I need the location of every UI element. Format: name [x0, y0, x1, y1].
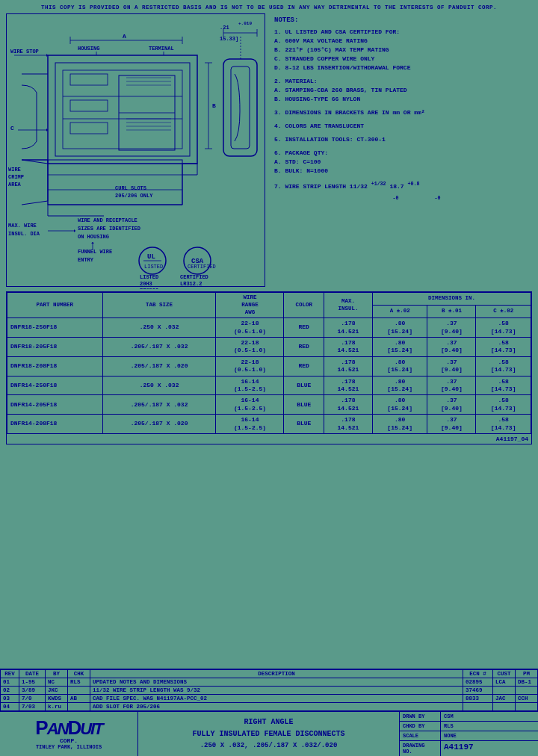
company-d: D [67, 716, 80, 739]
table-cell-3: BLUE [284, 395, 324, 415]
svg-rect-5 [70, 74, 108, 85]
note-2-number: 2. [274, 78, 282, 84]
rev-cell-0: 03 [1, 695, 19, 703]
rev-cell-2: JKC [46, 687, 68, 695]
pm-header: PM [516, 670, 538, 678]
svg-text:CRIMP: CRIMP [8, 174, 24, 180]
by-header: BY [46, 670, 68, 678]
cust-header: CUST [493, 670, 516, 678]
svg-text:E78522: E78522 [140, 288, 158, 289]
note-4-text: COLORS ARE TRANSLUCENT [285, 123, 364, 129]
note-3: 3. DIMENSIONS IN BRACKETS ARE IN mm OR m… [274, 108, 528, 117]
rev-header: REV [1, 670, 19, 678]
note-5: 5. INSTALLATION TOOLS: CT-300-1 [274, 135, 528, 144]
col-dimensions: DIMENSIONS IN. [372, 293, 531, 306]
col-wire-range: WIRE RANGE AWG [216, 293, 284, 318]
table-cell-1: .205/.187 X .020 [102, 415, 216, 434]
parts-table: PART NUMBER TAB SIZE WIRE RANGE AWG COLO… [7, 292, 531, 434]
table-cell-1: .250 X .032 [102, 318, 216, 338]
notes-section: NOTES: 1. UL LISTED AND CSA CERTIFIED FO… [270, 13, 532, 287]
svg-text:SIZES ARE IDENTIFIED: SIZES ARE IDENTIFIED [78, 226, 140, 232]
drawing-number-ref: A41197_04 [7, 434, 531, 444]
svg-text:LISTED: LISTED [144, 264, 163, 270]
table-cell-3: RED [284, 356, 324, 376]
bottom-title-row: PANDUIT CORP. TINLEY PARK, ILLINOIS RIGH… [0, 711, 538, 756]
schematic-area: WIRE STOP HOUSING TERMINAL A B C WIRE CR… [6, 13, 265, 287]
svg-text:B: B [212, 102, 216, 109]
svg-text:INSUL. DIA: INSUL. DIA [8, 231, 40, 237]
svg-text:LR312.2: LR312.2 [180, 281, 202, 287]
svg-text:WIRE: WIRE [8, 167, 21, 173]
svg-text:MAX. WIRE: MAX. WIRE [8, 223, 37, 229]
drawn-label: DRWN BY [400, 712, 441, 721]
svg-text:ON HOUSING: ON HOUSING [78, 234, 109, 240]
col-part-number: PART NUMBER [7, 293, 103, 318]
table-row: DNFR18-205F18.205/.187 X .03222-18 (0.5-… [7, 338, 531, 357]
col-dim-a: A ±.02 [372, 306, 427, 318]
revision-row: 011-95NCRLSUPDATED NOTES AND DIMENSIONS0… [1, 678, 538, 687]
table-cell-5: .80 [15.24] [372, 338, 427, 357]
rev-cell-5: 8833 [463, 695, 493, 703]
table-cell-2: 16-14 (1.5-2.5) [216, 415, 284, 434]
svg-text:HOUSING: HOUSING [78, 46, 99, 52]
rev-cell-3 [68, 703, 90, 711]
table-cell-0: DNFR18-208F18 [7, 356, 103, 376]
svg-text:UL: UL [147, 253, 155, 261]
chkd-label: CHKD BY [400, 722, 441, 731]
company-location: TINLEY PARK, ILLINOIS [36, 744, 102, 750]
col-tab-size: TAB SIZE [102, 293, 216, 318]
notes-title: NOTES: [274, 16, 528, 24]
table-cell-6: .37 [9.40] [427, 395, 476, 415]
drawing-title-line1: RIGHT ANGLE [244, 716, 293, 728]
rev-cell-1: 7/0 [19, 695, 46, 703]
table-row: DNFR14-208F18.205/.187 X .02016-14 (1.5-… [7, 415, 531, 434]
table-cell-1: .205/.187 X .032 [102, 338, 216, 357]
table-cell-5: .80 [15.24] [372, 318, 427, 338]
note-1-text: UL LISTED AND CSA CERTIFIED FOR: A. 600V… [274, 28, 410, 71]
table-cell-2: 22-18 (0.5-1.0) [216, 318, 284, 338]
note-5-text: INSTALLATION TOOLS: CT-300-1 [285, 136, 385, 143]
note-1-number: 1. [274, 28, 282, 35]
table-cell-1: .250 X .032 [102, 376, 216, 395]
rev-cell-7 [516, 687, 538, 695]
rev-cell-4: UPDATED NOTES AND DIMENSIONS [90, 678, 463, 687]
table-cell-2: 16-14 (1.5-2.5) [216, 376, 284, 395]
col-color: COLOR [284, 293, 324, 318]
rev-cell-0: 01 [1, 678, 19, 687]
rev-cell-6: LCA [493, 678, 516, 687]
company-name: PANDUIT [35, 718, 102, 737]
rev-cell-1: 7/03 [19, 703, 46, 711]
note-6-number: 6. [274, 149, 282, 156]
rev-cell-1: 3/89 [19, 687, 46, 695]
svg-text:.21: .21 [220, 25, 229, 31]
chk-header: CHK [68, 670, 90, 678]
table-cell-5: .80 [15.24] [372, 415, 427, 434]
checked-row: CHKD BY RLS [400, 722, 538, 731]
table-cell-7: .58 [14.73] [476, 356, 531, 376]
rev-cell-4: 11/32 WIRE STRIP LENGTH WAS 9/32 [90, 687, 463, 695]
table-cell-4: .178 14.521 [324, 338, 372, 357]
col-dim-c: C ±.02 [476, 306, 531, 318]
col-max-insul: MAX. INSUL. [324, 293, 372, 318]
svg-text:WIRE STOP: WIRE STOP [10, 49, 39, 55]
desc-header: DESCRIPTION [90, 670, 463, 678]
svg-marker-56 [91, 242, 94, 244]
table-cell-7: .58 [14.73] [476, 318, 531, 338]
drawing-no-value: A41197 [441, 741, 538, 756]
svg-rect-2 [63, 70, 182, 149]
note-2-text: MATERIAL: A. STAMPING-CDA 260 BRASS, TIN… [274, 78, 407, 102]
svg-text:LISTED: LISTED [140, 274, 158, 280]
table-cell-7: .58 [14.73] [476, 338, 531, 357]
svg-text:C: C [10, 125, 14, 131]
revision-row: 047/03k.ruADD SLOT FOR 205/206 [1, 703, 538, 711]
table-cell-1: .205/.187 X .032 [102, 395, 216, 415]
scale-label: SCALE [400, 731, 441, 740]
svg-text:+.010: +.010 [238, 21, 252, 26]
note-7: 7. WIRE STRIP LENGTH 11/32 +1/32 18.7 +0… [274, 180, 528, 201]
rev-cell-6 [493, 703, 516, 711]
rev-cell-0: 02 [1, 687, 19, 695]
rev-cell-5: 37469 [463, 687, 493, 695]
note-5-number: 5. [274, 136, 282, 143]
svg-rect-6 [70, 100, 108, 111]
table-cell-0: DNFR18-250F18 [7, 318, 103, 338]
